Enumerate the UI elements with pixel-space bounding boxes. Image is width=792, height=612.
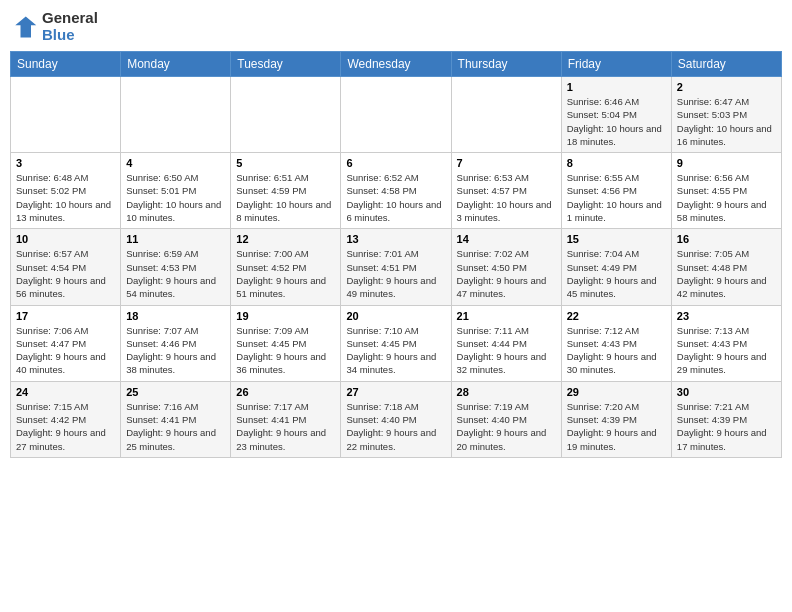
calendar-cell: 19Sunrise: 7:09 AM Sunset: 4:45 PM Dayli… xyxy=(231,305,341,381)
day-info: Sunrise: 6:46 AM Sunset: 5:04 PM Dayligh… xyxy=(567,95,666,148)
calendar-table: SundayMondayTuesdayWednesdayThursdayFrid… xyxy=(10,51,782,458)
calendar-cell: 12Sunrise: 7:00 AM Sunset: 4:52 PM Dayli… xyxy=(231,229,341,305)
day-number: 22 xyxy=(567,310,666,322)
page-header: General Blue xyxy=(10,10,782,43)
calendar-cell: 21Sunrise: 7:11 AM Sunset: 4:44 PM Dayli… xyxy=(451,305,561,381)
weekday-header-thursday: Thursday xyxy=(451,52,561,77)
day-info: Sunrise: 7:00 AM Sunset: 4:52 PM Dayligh… xyxy=(236,247,335,300)
day-number: 9 xyxy=(677,157,776,169)
calendar-cell: 18Sunrise: 7:07 AM Sunset: 4:46 PM Dayli… xyxy=(121,305,231,381)
calendar-cell: 26Sunrise: 7:17 AM Sunset: 4:41 PM Dayli… xyxy=(231,381,341,457)
calendar-cell: 23Sunrise: 7:13 AM Sunset: 4:43 PM Dayli… xyxy=(671,305,781,381)
calendar-cell: 2Sunrise: 6:47 AM Sunset: 5:03 PM Daylig… xyxy=(671,77,781,153)
calendar-cell: 24Sunrise: 7:15 AM Sunset: 4:42 PM Dayli… xyxy=(11,381,121,457)
day-info: Sunrise: 7:01 AM Sunset: 4:51 PM Dayligh… xyxy=(346,247,445,300)
weekday-header-friday: Friday xyxy=(561,52,671,77)
calendar-cell: 22Sunrise: 7:12 AM Sunset: 4:43 PM Dayli… xyxy=(561,305,671,381)
calendar-cell: 10Sunrise: 6:57 AM Sunset: 4:54 PM Dayli… xyxy=(11,229,121,305)
day-info: Sunrise: 6:50 AM Sunset: 5:01 PM Dayligh… xyxy=(126,171,225,224)
calendar-cell: 7Sunrise: 6:53 AM Sunset: 4:57 PM Daylig… xyxy=(451,153,561,229)
calendar-week-row: 17Sunrise: 7:06 AM Sunset: 4:47 PM Dayli… xyxy=(11,305,782,381)
day-info: Sunrise: 7:04 AM Sunset: 4:49 PM Dayligh… xyxy=(567,247,666,300)
calendar-week-row: 3Sunrise: 6:48 AM Sunset: 5:02 PM Daylig… xyxy=(11,153,782,229)
calendar-cell: 17Sunrise: 7:06 AM Sunset: 4:47 PM Dayli… xyxy=(11,305,121,381)
calendar-cell: 30Sunrise: 7:21 AM Sunset: 4:39 PM Dayli… xyxy=(671,381,781,457)
calendar-cell xyxy=(341,77,451,153)
day-info: Sunrise: 7:18 AM Sunset: 4:40 PM Dayligh… xyxy=(346,400,445,453)
day-number: 3 xyxy=(16,157,115,169)
day-info: Sunrise: 7:19 AM Sunset: 4:40 PM Dayligh… xyxy=(457,400,556,453)
day-info: Sunrise: 7:20 AM Sunset: 4:39 PM Dayligh… xyxy=(567,400,666,453)
weekday-header-sunday: Sunday xyxy=(11,52,121,77)
calendar-cell: 9Sunrise: 6:56 AM Sunset: 4:55 PM Daylig… xyxy=(671,153,781,229)
day-info: Sunrise: 7:09 AM Sunset: 4:45 PM Dayligh… xyxy=(236,324,335,377)
day-info: Sunrise: 6:52 AM Sunset: 4:58 PM Dayligh… xyxy=(346,171,445,224)
day-number: 12 xyxy=(236,233,335,245)
day-info: Sunrise: 6:57 AM Sunset: 4:54 PM Dayligh… xyxy=(16,247,115,300)
day-number: 20 xyxy=(346,310,445,322)
day-number: 11 xyxy=(126,233,225,245)
calendar-cell: 13Sunrise: 7:01 AM Sunset: 4:51 PM Dayli… xyxy=(341,229,451,305)
svg-marker-1 xyxy=(15,16,36,37)
day-info: Sunrise: 6:55 AM Sunset: 4:56 PM Dayligh… xyxy=(567,171,666,224)
day-number: 5 xyxy=(236,157,335,169)
day-number: 29 xyxy=(567,386,666,398)
day-number: 10 xyxy=(16,233,115,245)
calendar-cell: 6Sunrise: 6:52 AM Sunset: 4:58 PM Daylig… xyxy=(341,153,451,229)
calendar-cell: 4Sunrise: 6:50 AM Sunset: 5:01 PM Daylig… xyxy=(121,153,231,229)
day-number: 23 xyxy=(677,310,776,322)
day-number: 2 xyxy=(677,81,776,93)
day-info: Sunrise: 7:21 AM Sunset: 4:39 PM Dayligh… xyxy=(677,400,776,453)
day-info: Sunrise: 7:17 AM Sunset: 4:41 PM Dayligh… xyxy=(236,400,335,453)
day-number: 7 xyxy=(457,157,556,169)
calendar-cell xyxy=(231,77,341,153)
day-info: Sunrise: 7:07 AM Sunset: 4:46 PM Dayligh… xyxy=(126,324,225,377)
calendar-cell: 29Sunrise: 7:20 AM Sunset: 4:39 PM Dayli… xyxy=(561,381,671,457)
day-number: 24 xyxy=(16,386,115,398)
calendar-cell: 27Sunrise: 7:18 AM Sunset: 4:40 PM Dayli… xyxy=(341,381,451,457)
day-info: Sunrise: 7:15 AM Sunset: 4:42 PM Dayligh… xyxy=(16,400,115,453)
day-number: 8 xyxy=(567,157,666,169)
calendar-cell: 16Sunrise: 7:05 AM Sunset: 4:48 PM Dayli… xyxy=(671,229,781,305)
day-info: Sunrise: 7:05 AM Sunset: 4:48 PM Dayligh… xyxy=(677,247,776,300)
calendar-cell: 5Sunrise: 6:51 AM Sunset: 4:59 PM Daylig… xyxy=(231,153,341,229)
day-number: 4 xyxy=(126,157,225,169)
calendar-cell: 8Sunrise: 6:55 AM Sunset: 4:56 PM Daylig… xyxy=(561,153,671,229)
day-info: Sunrise: 7:12 AM Sunset: 4:43 PM Dayligh… xyxy=(567,324,666,377)
calendar-cell: 11Sunrise: 6:59 AM Sunset: 4:53 PM Dayli… xyxy=(121,229,231,305)
day-number: 6 xyxy=(346,157,445,169)
day-number: 26 xyxy=(236,386,335,398)
weekday-header-wednesday: Wednesday xyxy=(341,52,451,77)
day-info: Sunrise: 6:53 AM Sunset: 4:57 PM Dayligh… xyxy=(457,171,556,224)
calendar-week-row: 10Sunrise: 6:57 AM Sunset: 4:54 PM Dayli… xyxy=(11,229,782,305)
day-info: Sunrise: 7:13 AM Sunset: 4:43 PM Dayligh… xyxy=(677,324,776,377)
calendar-week-row: 1Sunrise: 6:46 AM Sunset: 5:04 PM Daylig… xyxy=(11,77,782,153)
day-number: 1 xyxy=(567,81,666,93)
day-number: 21 xyxy=(457,310,556,322)
logo-icon xyxy=(10,13,38,41)
day-number: 27 xyxy=(346,386,445,398)
calendar-cell xyxy=(451,77,561,153)
calendar-week-row: 24Sunrise: 7:15 AM Sunset: 4:42 PM Dayli… xyxy=(11,381,782,457)
day-info: Sunrise: 6:56 AM Sunset: 4:55 PM Dayligh… xyxy=(677,171,776,224)
day-info: Sunrise: 6:48 AM Sunset: 5:02 PM Dayligh… xyxy=(16,171,115,224)
day-info: Sunrise: 7:11 AM Sunset: 4:44 PM Dayligh… xyxy=(457,324,556,377)
calendar-cell: 28Sunrise: 7:19 AM Sunset: 4:40 PM Dayli… xyxy=(451,381,561,457)
day-number: 14 xyxy=(457,233,556,245)
day-number: 30 xyxy=(677,386,776,398)
weekday-header-saturday: Saturday xyxy=(671,52,781,77)
day-number: 25 xyxy=(126,386,225,398)
calendar-cell xyxy=(121,77,231,153)
weekday-header-monday: Monday xyxy=(121,52,231,77)
day-number: 16 xyxy=(677,233,776,245)
logo-text: General Blue xyxy=(42,10,98,43)
day-number: 13 xyxy=(346,233,445,245)
calendar-cell: 20Sunrise: 7:10 AM Sunset: 4:45 PM Dayli… xyxy=(341,305,451,381)
day-info: Sunrise: 6:47 AM Sunset: 5:03 PM Dayligh… xyxy=(677,95,776,148)
day-info: Sunrise: 7:10 AM Sunset: 4:45 PM Dayligh… xyxy=(346,324,445,377)
calendar-cell xyxy=(11,77,121,153)
day-info: Sunrise: 6:59 AM Sunset: 4:53 PM Dayligh… xyxy=(126,247,225,300)
day-number: 15 xyxy=(567,233,666,245)
day-info: Sunrise: 7:02 AM Sunset: 4:50 PM Dayligh… xyxy=(457,247,556,300)
day-number: 28 xyxy=(457,386,556,398)
